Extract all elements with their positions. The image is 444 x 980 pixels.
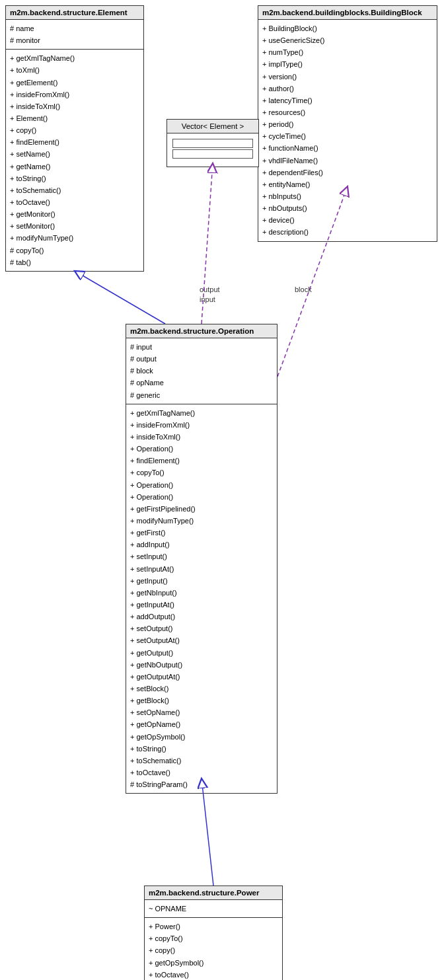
power-method-5: + toOctave() (149, 969, 278, 980)
vector-inner-box-2 (172, 149, 253, 159)
op-method-8: + Operation() (130, 491, 273, 503)
op-attr-3: # block (130, 365, 273, 377)
bb-method-15: + nbInputs() (262, 190, 433, 202)
element-method-13: + toOctave() (10, 196, 139, 208)
op-method-3: + insideToXml() (130, 431, 273, 443)
buildingblock-class-box: m2m.backend.buildingblocks.BuildingBlock… (258, 5, 437, 242)
vector-inner (167, 133, 258, 167)
element-method-2: + toXml() (10, 64, 139, 76)
bb-method-6: + author() (262, 83, 433, 94)
op-method-18: + addOutput() (130, 611, 273, 622)
element-method-8: + findElement() (10, 136, 139, 148)
vector-class-title: Vector< Element > (167, 120, 258, 133)
svg-line-6 (202, 778, 213, 886)
op-attr-4: # opName (130, 377, 273, 389)
block-label: block (295, 285, 312, 293)
bb-method-3: + numType() (262, 46, 433, 58)
element-method-1: + getXmlTagName() (10, 52, 139, 64)
op-method-25: + getBlock() (130, 695, 273, 706)
operation-attributes-section: # input # output # block # opName # gene… (126, 338, 277, 404)
bb-method-17: + device() (262, 214, 433, 226)
op-method-7: + Operation() (130, 479, 273, 491)
op-method-26: + setOpName() (130, 706, 273, 718)
op-method-6: + copyTo() (130, 467, 273, 478)
power-method-1: + Power() (149, 921, 278, 932)
op-method-32: # toStringParam() (130, 778, 273, 790)
op-method-15: + getInput() (130, 575, 273, 587)
op-method-4: + Operation() (130, 443, 273, 455)
element-method-6: + Element() (10, 112, 139, 124)
element-method-11: + toString() (10, 172, 139, 184)
element-method-12: + toSchematic() (10, 184, 139, 196)
element-method-17: # copyTo() (10, 245, 139, 256)
op-method-29: + toString() (130, 743, 273, 755)
op-method-9: + getFirstPipelined() (130, 503, 273, 515)
op-method-20: + setOutputAt() (130, 634, 273, 646)
bb-method-12: + vhdlFileName() (262, 155, 433, 167)
op-method-16: + getNbInput() (130, 587, 273, 599)
op-method-12: + addInput() (130, 539, 273, 550)
bb-method-18: + description() (262, 226, 433, 238)
op-method-23: + getOutputAt() (130, 671, 273, 683)
op-method-27: + getOpName() (130, 718, 273, 730)
power-class-box: m2m.backend.structure.Power ~ OPNAME + P… (144, 886, 283, 980)
bb-method-1: + BuildingBlock() (262, 22, 433, 34)
op-method-13: + setInput() (130, 550, 273, 562)
op-method-14: + setInputAt() (130, 563, 273, 575)
op-method-5: + findElement() (130, 455, 273, 467)
svg-line-3 (75, 271, 165, 324)
vector-class-box: Vector< Element > (166, 119, 259, 167)
operation-methods-section: + getXmlTagName() + insideFromXml() + in… (126, 404, 277, 794)
op-method-28: + getOpSymbol() (130, 731, 273, 743)
power-methods-section: + Power() + copyTo() + copy() + getOpSym… (145, 918, 282, 980)
bb-method-9: + period() (262, 118, 433, 130)
bb-method-10: + cycleTime() (262, 130, 433, 142)
bb-method-2: + useGenericSize() (262, 34, 433, 46)
element-class-box: m2m.backend.structure.Element # name # m… (5, 5, 144, 272)
op-attr-2: # output (130, 353, 273, 365)
op-method-17: + getInputAt() (130, 599, 273, 611)
power-method-4: + getOpSymbol() (149, 957, 278, 969)
element-method-4: + insideFromXml() (10, 89, 139, 100)
op-attr-1: # input (130, 341, 273, 353)
op-method-11: + getFirst() (130, 527, 273, 539)
bb-method-14: + entityName() (262, 178, 433, 190)
bb-method-16: + nbOutputs() (262, 202, 433, 214)
op-method-1: + getXmlTagName() (130, 407, 273, 419)
buildingblock-class-title: m2m.backend.buildingblocks.BuildingBlock (258, 6, 437, 20)
element-method-16: + modifyNumType() (10, 232, 139, 244)
op-method-10: + modifyNumType() (130, 515, 273, 527)
output-label: output (200, 285, 220, 293)
element-method-9: + setName() (10, 148, 139, 160)
op-method-30: + toSchematic() (130, 755, 273, 767)
bb-method-5: + version() (262, 71, 433, 83)
element-attr-2: # monitor (10, 34, 139, 46)
element-attributes-section: # name # monitor (6, 20, 143, 50)
element-method-10: + getName() (10, 161, 139, 172)
power-method-2: + copyTo() (149, 932, 278, 944)
op-attr-5: # generic (130, 389, 273, 401)
operation-class-box: m2m.backend.structure.Operation # input … (126, 324, 278, 794)
op-method-19: + setOutput() (130, 622, 273, 634)
element-method-7: + copy() (10, 124, 139, 136)
bb-method-13: + dependentFiles() (262, 167, 433, 178)
element-class-title: m2m.backend.structure.Element (6, 6, 143, 20)
op-method-24: + setBlock() (130, 683, 273, 695)
element-method-14: + getMonitor() (10, 208, 139, 220)
vector-inner-box-1 (172, 139, 253, 148)
input-label: input (200, 295, 215, 303)
op-method-21: + getOutput() (130, 647, 273, 659)
operation-class-title: m2m.backend.structure.Operation (126, 324, 277, 338)
element-method-3: + getElement() (10, 77, 139, 89)
element-attr-1: # name (10, 22, 139, 34)
element-methods-section: + getXmlTagName() + toXml() + getElement… (6, 50, 143, 271)
bb-method-4: + implType() (262, 58, 433, 70)
power-attr-1: ~ OPNAME (149, 903, 278, 915)
power-method-3: + copy() (149, 944, 278, 956)
op-method-31: + toOctave() (130, 767, 273, 778)
bb-method-7: + latencyTime() (262, 94, 433, 106)
element-method-15: + setMonitor() (10, 220, 139, 232)
power-attributes-section: ~ OPNAME (145, 900, 282, 918)
element-method-18: # tab() (10, 256, 139, 268)
element-method-5: + insideToXml() (10, 100, 139, 112)
